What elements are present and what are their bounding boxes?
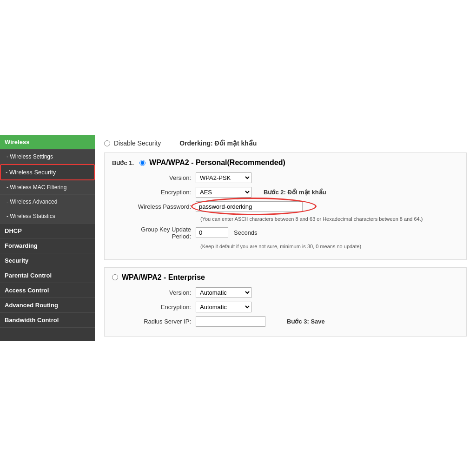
sidebar-item-forwarding[interactable]: Forwarding (0, 238, 95, 253)
wpa-enterprise-section: WPA/WPA2 - Enterprise Version: Automatic… (104, 267, 467, 337)
group-key-input[interactable] (196, 227, 228, 238)
ent-encryption-select[interactable]: Automatic TKIP AES (196, 302, 251, 312)
sidebar-item-wireless-mac-filtering[interactable]: - Wireless MAC Filtering (0, 180, 95, 195)
wpa-enterprise-radio[interactable] (112, 274, 118, 280)
top-whitespace (0, 0, 476, 135)
wireless-password-input[interactable] (196, 201, 303, 212)
password-label: Wireless Password: (121, 203, 196, 210)
sidebar: Wireless - Wireless Settings - Wireless … (0, 135, 95, 341)
password-hint: (You can enter ASCII characters between … (112, 216, 459, 223)
ent-version-row: Version: Automatic WPA WPA2 (112, 287, 459, 298)
password-row: Wireless Password: (112, 201, 459, 212)
ent-encryption-row: Encryption: Automatic TKIP AES (112, 302, 459, 312)
buoc1-label: Bước 1. (112, 159, 134, 166)
ent-version-select[interactable]: Automatic WPA WPA2 (196, 287, 251, 298)
ent-encryption-control: Automatic TKIP AES (196, 302, 251, 312)
password-field-wrapper (196, 201, 303, 212)
sidebar-item-wireless-settings[interactable]: - Wireless Settings (0, 150, 95, 164)
ent-version-label: Version: (121, 289, 196, 296)
wpa-enterprise-title-row: WPA/WPA2 - Enterprise (112, 273, 459, 282)
version-row: Version: WPA2-PSK Automatic WPA-PSK (112, 172, 459, 183)
group-key-label: Group Key Update Period: (121, 226, 196, 240)
version-label: Version: (121, 174, 196, 181)
sidebar-item-parental-control[interactable]: Parental Control (0, 268, 95, 283)
wpa-personal-radio[interactable] (139, 160, 145, 166)
group-key-row: Group Key Update Period: Seconds (112, 226, 459, 240)
encryption-select[interactable]: AES Automatic TKIP (196, 187, 251, 198)
ent-encryption-label: Encryption: (121, 304, 196, 311)
encryption-label: Encryption: (121, 189, 196, 196)
disable-security-row: Disable Security Orderking: Đổi mật khẩu (104, 139, 467, 147)
encryption-control: AES Automatic TKIP Bước 2: Đổi mật khẩu (196, 187, 326, 198)
group-key-control: Seconds (196, 227, 258, 238)
sidebar-item-bandwidth-control[interactable]: Bandwidth Control (0, 313, 95, 328)
sidebar-item-wireless-statistics[interactable]: - Wireless Statistics (0, 209, 95, 224)
sidebar-item-access-control[interactable]: Access Control (0, 283, 95, 298)
content-area: Wireless - Wireless Settings - Wireless … (0, 135, 476, 341)
page-wrapper: Wireless - Wireless Settings - Wireless … (0, 0, 476, 476)
radius-server-ip-input[interactable] (196, 316, 265, 327)
sidebar-item-security[interactable]: Security (0, 253, 95, 268)
wpa-enterprise-title: WPA/WPA2 - Enterprise (122, 273, 205, 282)
radius-row: Radius Server IP: Bước 3: Save (112, 316, 459, 327)
sidebar-item-advanced-routing[interactable]: Advanced Routing (0, 298, 95, 313)
version-select[interactable]: WPA2-PSK Automatic WPA-PSK (196, 172, 251, 183)
sidebar-item-wireless[interactable]: Wireless (0, 135, 95, 150)
wpa-personal-title: WPA/WPA2 - Personal(Recommended) (149, 159, 285, 167)
orderking-label: Orderking: Đổi mật khẩu (179, 139, 257, 147)
wpa-personal-title-row: Bước 1. WPA/WPA2 - Personal(Recommended) (112, 159, 459, 167)
buoc3-label: Bước 3: Save (287, 318, 325, 325)
version-control: WPA2-PSK Automatic WPA-PSK (196, 172, 251, 183)
sidebar-item-dhcp[interactable]: DHCP (0, 224, 95, 238)
ent-version-control: Automatic WPA WPA2 (196, 287, 251, 298)
wpa-personal-section: Bước 1. WPA/WPA2 - Personal(Recommended)… (104, 152, 467, 259)
buoc2-label: Bước 2: Đổi mật khẩu (264, 189, 326, 196)
disable-security-radio[interactable] (104, 140, 110, 146)
radius-control: Bước 3: Save (196, 316, 325, 327)
encryption-row: Encryption: AES Automatic TKIP Bước 2: Đ… (112, 187, 459, 198)
password-control (196, 201, 303, 212)
sidebar-item-wireless-advanced[interactable]: - Wireless Advanced (0, 195, 95, 209)
disable-security-label: Disable Security (114, 139, 161, 147)
group-key-hint: (Keep it default if you are not sure, mi… (112, 244, 459, 249)
seconds-label: Seconds (234, 229, 258, 236)
main-content: Disable Security Orderking: Đổi mật khẩu… (95, 135, 476, 341)
radius-label: Radius Server IP: (121, 318, 196, 325)
bottom-whitespace (0, 341, 476, 476)
sidebar-item-wireless-security[interactable]: - Wireless Security (0, 164, 95, 180)
